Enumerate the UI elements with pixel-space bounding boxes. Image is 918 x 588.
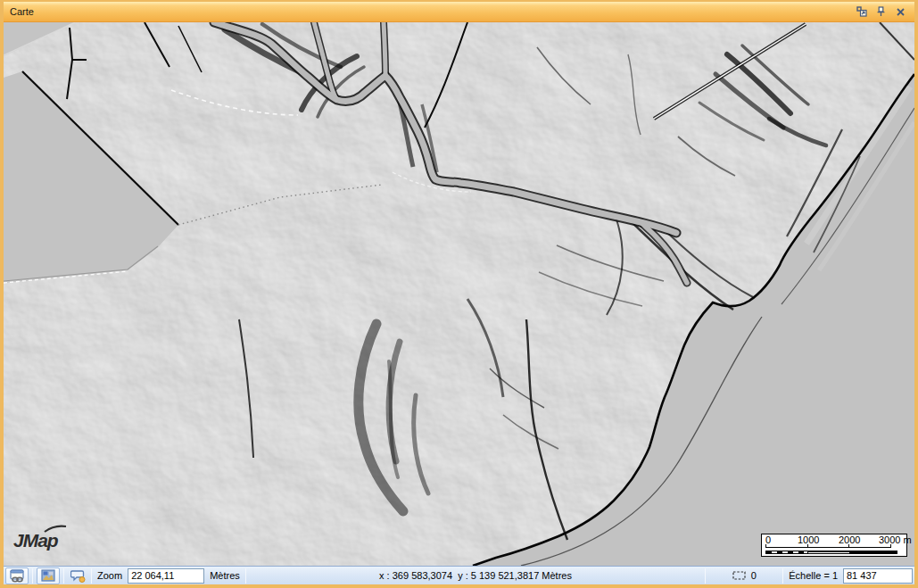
jmap-logo-swoosh-icon bbox=[44, 525, 67, 534]
link-view-button[interactable] bbox=[5, 567, 29, 584]
zoom-unit-label: Mètres bbox=[206, 570, 244, 581]
selection-panel: 0 bbox=[707, 570, 781, 581]
jmap-logo: JMap bbox=[13, 531, 58, 550]
speech-bubble-icon bbox=[70, 569, 86, 583]
scalebar-unit: m bbox=[904, 534, 912, 545]
selection-count: 0 bbox=[751, 570, 757, 581]
scalebar-bar bbox=[765, 551, 897, 554]
panel-titlebar: Carte bbox=[4, 2, 914, 22]
titlebar-buttons bbox=[856, 6, 914, 18]
close-panel-button[interactable] bbox=[895, 6, 906, 18]
scale-label: Échelle = 1 bbox=[785, 570, 841, 581]
selection-rectangle-icon bbox=[732, 571, 746, 580]
tooltip-bubble-button[interactable] bbox=[66, 567, 89, 584]
float-window-button[interactable] bbox=[856, 6, 867, 18]
scalebar-line bbox=[765, 547, 891, 548]
statusbar-separator bbox=[782, 568, 783, 584]
zoom-input[interactable] bbox=[128, 568, 204, 584]
pin-icon bbox=[876, 6, 886, 17]
auto-hide-pin-button[interactable] bbox=[875, 6, 887, 18]
statusbar-separator bbox=[705, 568, 706, 584]
map-image-icon bbox=[41, 569, 55, 582]
scalebar-label-3000: 3000 m bbox=[879, 535, 912, 545]
scalebar-label-1000: 1000 bbox=[798, 535, 819, 545]
statusbar-separator bbox=[245, 568, 246, 584]
zoom-label: Zoom bbox=[94, 570, 126, 581]
map-canvas[interactable]: JMap 0 1000 2000 3000 m bbox=[4, 22, 914, 566]
carte-panel: Carte bbox=[0, 0, 918, 588]
map-statusbar: Zoom Mètres x : 369 583,3074 y : 5 139 5… bbox=[4, 566, 914, 584]
statusbar-separator bbox=[63, 568, 64, 584]
hillshade-raster bbox=[4, 22, 914, 566]
window-link-icon bbox=[10, 569, 25, 583]
map-image-button[interactable] bbox=[37, 567, 60, 584]
statusbar-separator bbox=[91, 568, 92, 584]
statusbar-separator bbox=[32, 568, 33, 584]
float-window-icon bbox=[856, 6, 867, 17]
scale-input[interactable] bbox=[843, 568, 913, 584]
cursor-coordinates: x : 369 583,3074 y : 5 139 521,3817 Mètr… bbox=[248, 570, 704, 581]
map-scalebar: 0 1000 2000 3000 m bbox=[761, 534, 907, 557]
scalebar-label-2000: 2000 bbox=[839, 535, 860, 545]
panel-title: Carte bbox=[4, 6, 856, 17]
close-icon bbox=[896, 7, 906, 17]
